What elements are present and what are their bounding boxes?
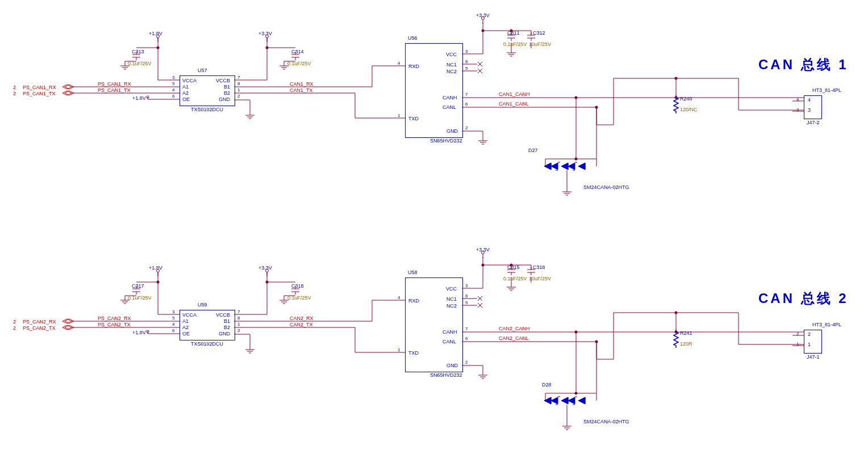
- svg-point-60: [675, 96, 678, 99]
- diode-part: SM24CANA-02HTG: [583, 184, 629, 190]
- cap-ref: C318: [291, 283, 304, 289]
- pin-num: 4: [398, 61, 400, 66]
- net-label: CAN2_CANL: [499, 335, 529, 341]
- pin-name: B2: [224, 90, 230, 96]
- pin-name: A2: [182, 90, 189, 96]
- chip-u56: [405, 43, 463, 138]
- pin-num: 8: [237, 81, 240, 86]
- pin-num: 1: [796, 342, 799, 347]
- pin-name: NC1: [446, 296, 457, 302]
- pin-num: 2: [465, 360, 468, 365]
- offpage-ref: 2: [13, 85, 16, 90]
- pin-num: 3: [172, 75, 174, 80]
- offpage-ref: 2: [13, 91, 16, 96]
- pin-num: 4: [172, 322, 174, 327]
- pin-num: 6: [172, 328, 174, 333]
- pin-name: VCC: [446, 286, 457, 292]
- pin-name: B1: [224, 318, 230, 324]
- svg-point-59: [595, 106, 598, 109]
- pin-name: VCCA: [182, 78, 197, 83]
- power-label: +3.3V: [258, 31, 272, 36]
- net-label: PS_CAN1_RX: [98, 81, 131, 87]
- pin-name: OE: [182, 96, 190, 102]
- pin-num: 1: [398, 113, 400, 118]
- pin-num: 3: [172, 309, 174, 314]
- pin-name: CANL: [443, 339, 456, 344]
- cap-ref: C313: [132, 49, 144, 54]
- title-can2: CAN 总线 2: [758, 289, 849, 308]
- pin-name: TXD: [408, 116, 419, 121]
- chip-ref: U57: [198, 68, 207, 73]
- conn-ref: J47-2: [807, 120, 820, 125]
- pin-num: 8: [237, 316, 240, 321]
- svg-point-119: [595, 340, 598, 343]
- pin-name: OE: [182, 331, 190, 337]
- pin-name: VCCB: [216, 312, 230, 318]
- cap-val: 0.1uF/25V: [287, 61, 311, 66]
- svg-point-61: [675, 77, 678, 80]
- pin-num: 2: [796, 331, 799, 337]
- offpage-ref: 2: [13, 319, 16, 325]
- pin-num: 1: [398, 347, 400, 352]
- cap-ref: C317: [132, 283, 144, 289]
- pin-name: CANH: [443, 329, 457, 335]
- cap-val: 0.1uF/25V: [503, 41, 527, 47]
- net-label: CAN1_TX: [290, 87, 313, 93]
- pin-name: GND: [219, 331, 230, 337]
- net-label: PS_CAN1_TX: [98, 87, 131, 93]
- pin-name: NC2: [446, 69, 457, 74]
- conn-part: HT3_81-4PL: [812, 322, 841, 327]
- pin-name: GND: [446, 363, 458, 368]
- net-label: CAN2_RX: [290, 316, 314, 321]
- cap-val: 0.1uF/25V: [287, 295, 311, 301]
- pin-name: NC1: [446, 62, 457, 68]
- pin-num: 3: [465, 283, 468, 288]
- pin-num: 4: [796, 97, 799, 102]
- svg-point-121: [675, 312, 678, 314]
- svg-point-86: [266, 281, 269, 284]
- net-label: PS_CAN1_TX: [23, 91, 56, 96]
- res-val: 120/NC: [680, 107, 698, 112]
- pin-num: 8: [465, 59, 468, 64]
- pin-name: A2: [182, 325, 189, 330]
- pin-num: 3: [796, 107, 799, 112]
- pin-name: A1: [182, 84, 189, 90]
- pin-name: VCC: [446, 52, 457, 57]
- pin-num: 7: [237, 75, 240, 80]
- pin-num: 6: [172, 94, 174, 99]
- svg-point-83: [147, 330, 149, 333]
- pin-num: 7: [237, 309, 240, 314]
- chip-u58: [405, 277, 463, 372]
- pin-num: 1: [237, 322, 240, 327]
- chip-part: SN65HVD232: [430, 372, 462, 378]
- chip-ref: U58: [408, 270, 418, 275]
- pin-name: VCCA: [182, 312, 197, 318]
- chip-part: TXS0102DCU: [191, 107, 223, 112]
- cap-val: 0.1uF/25V: [128, 61, 152, 66]
- pin-name: RXD: [408, 64, 419, 69]
- cap-ref: C316: [533, 264, 545, 270]
- cap-ref: C314: [291, 49, 304, 54]
- pin-num: 6: [465, 336, 468, 341]
- pin-num: 5: [465, 300, 468, 305]
- net-label: PS_CAN2_RX: [23, 319, 56, 325]
- net-label: CAN1_CANH: [499, 91, 530, 97]
- pin-num: 2: [808, 331, 811, 337]
- pin-num: 7: [465, 92, 468, 97]
- chip-ref: U56: [408, 35, 418, 41]
- offpage-ref: 2: [13, 325, 16, 331]
- net-label: PS_CAN2_RX: [98, 316, 131, 321]
- pin-num: 2: [237, 328, 240, 333]
- pin-num: 3: [808, 107, 811, 113]
- conn-part: HT3_81-4PL: [812, 87, 841, 93]
- pin-num: 5: [172, 316, 174, 321]
- pin-name: NC2: [446, 303, 457, 309]
- pin-num: 4: [398, 295, 400, 300]
- connector-j47-2: [804, 95, 822, 119]
- power-label: +1.8V: [149, 265, 162, 271]
- power-label: +3.3V: [476, 12, 490, 18]
- pin-num: 5: [172, 81, 174, 86]
- pin-num: 2: [237, 94, 240, 99]
- connector-j47-1: [804, 330, 822, 354]
- pin-num: 1: [237, 87, 240, 92]
